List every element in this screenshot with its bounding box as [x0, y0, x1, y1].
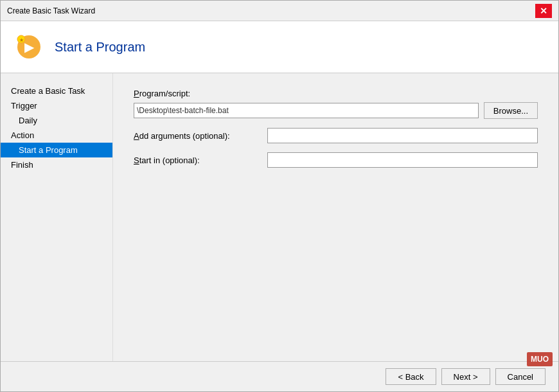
cancel-button[interactable]: Cancel	[495, 368, 546, 385]
program-script-input[interactable]	[134, 103, 479, 118]
add-arguments-row: Add arguments (optional):	[134, 128, 538, 143]
content-area: Create a Basic Task Trigger Daily Action…	[1, 73, 558, 361]
footer: < Back Next > Cancel	[1, 361, 558, 391]
program-script-label: Program/script:	[134, 89, 190, 98]
program-icon: ▶ ★	[13, 31, 44, 62]
watermark: MUO	[527, 352, 553, 366]
sidebar: Create a Basic Task Trigger Daily Action…	[1, 73, 113, 361]
start-in-row: Start in (optional):	[134, 152, 538, 168]
svg-text:▶: ▶	[24, 40, 35, 54]
start-in-label: Start in (optional):	[134, 156, 262, 165]
sidebar-item-finish[interactable]: Finish	[1, 157, 112, 172]
svg-text:★: ★	[19, 37, 24, 43]
sidebar-item-action[interactable]: Action	[1, 128, 112, 143]
dialog-title: Create Basic Task Wizard	[7, 6, 95, 15]
add-arguments-input[interactable]	[267, 128, 538, 143]
sidebar-item-trigger[interactable]: Trigger	[1, 98, 112, 113]
sidebar-item-daily[interactable]: Daily	[1, 113, 112, 128]
sidebar-item-start-a-program[interactable]: Start a Program	[1, 143, 112, 157]
header-title: Start a Program	[55, 40, 145, 55]
main-content: Program/script: Browse... Add arguments …	[113, 73, 558, 361]
title-bar: Create Basic Task Wizard ✕	[1, 1, 558, 21]
sidebar-item-create-basic-task[interactable]: Create a Basic Task	[1, 84, 112, 98]
browse-button[interactable]: Browse...	[484, 102, 538, 119]
back-button[interactable]: < Back	[386, 368, 436, 385]
start-in-input[interactable]	[267, 152, 538, 168]
add-arguments-label: Add arguments (optional):	[134, 131, 262, 141]
close-button[interactable]: ✕	[535, 4, 552, 18]
next-button[interactable]: Next >	[441, 368, 490, 385]
program-script-row: Browse...	[134, 102, 538, 119]
header-section: ▶ ★ Start a Program	[1, 21, 558, 73]
program-script-label-row: Program/script:	[134, 89, 538, 98]
